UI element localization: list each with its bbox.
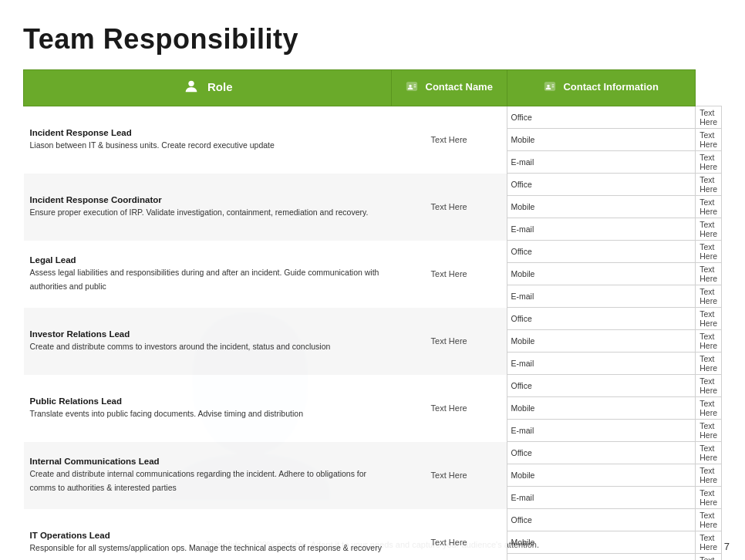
contact-name-cell: Text Here [392,241,507,308]
contact-info-icon [544,80,556,96]
contact-label: E-mail [507,487,696,509]
role-cell: Internal Communications LeadCreate and d… [24,442,392,509]
contact-label: E-mail [507,554,696,561]
contact-label: E-mail [507,285,696,308]
contact-name-cell: Text Here [392,106,507,174]
table-row: Investor Relations LeadCreate and distri… [24,308,722,330]
contact-value: Text Here [696,218,722,241]
contact-label: Mobile [507,397,696,420]
contact-value: Text Here [696,174,722,196]
contact-label: Mobile [507,196,696,218]
svg-point-6 [547,85,549,87]
contact-name-cell: Text Here [392,174,507,241]
role-header: Role [24,70,392,106]
svg-point-0 [188,81,194,86]
role-cell: Public Relations LeadTranslate events in… [24,375,392,442]
contact-label: Mobile [507,330,696,353]
contact-label: Office [507,174,696,196]
contact-label: Mobile [507,129,696,151]
contact-card-icon [406,80,418,96]
table-row: Public Relations LeadTranslate events in… [24,375,722,397]
slide: Team Responsibility 👤 Role [0,0,745,560]
contact-label: E-mail [507,218,696,241]
contact-value: Text Here [696,531,722,554]
role-cell: Incident Response LeadLiason between IT … [24,106,392,174]
contact-label: E-mail [507,420,696,442]
responsibility-table: Role Contact Name [23,69,722,560]
contact-value: Text Here [696,196,722,218]
table-row: Incident Response CoordinatorEnsure prop… [24,174,722,196]
contact-label: Office [507,106,696,129]
contact-value: Text Here [696,129,722,151]
contact-label: E-mail [507,151,696,174]
contact-label: Mobile [507,464,696,487]
contact-value: Text Here [696,375,722,397]
role-cell: Legal LeadAssess legal liabilities and r… [24,241,392,308]
contact-label: Mobile [507,531,696,554]
contact-label: Office [507,509,696,531]
contact-value: Text Here [696,308,722,330]
table-row: Internal Communications LeadCreate and d… [24,442,722,464]
contact-label: Office [507,375,696,397]
page-number: 7 [724,541,730,552]
contact-label: Office [507,241,696,263]
contact-value: Text Here [696,487,722,509]
contact-name-cell: Text Here [392,375,507,442]
contact-value: Text Here [696,353,722,375]
contact-value: Text Here [696,420,722,442]
table-row: Incident Response LeadLiason between IT … [24,106,722,129]
contact-name-header: Contact Name [392,70,507,106]
contact-label: Mobile [507,263,696,285]
role-cell: IT Operations LeadResponsible for all sy… [24,509,392,561]
contact-value: Text Here [696,464,722,487]
contact-value: Text Here [696,554,722,561]
person-icon [183,78,200,98]
contact-value: Text Here [696,442,722,464]
contact-value: Text Here [696,151,722,174]
contact-value: Text Here [696,397,722,420]
table-wrapper: 👤 Role [23,69,722,560]
page-title: Team Responsibility [23,23,722,56]
contact-value: Text Here [696,285,722,308]
role-cell: Investor Relations LeadCreate and distri… [24,308,392,375]
table-row: Legal LeadAssess legal liabilities and r… [24,241,722,263]
svg-point-2 [409,85,411,87]
contact-label: Office [507,442,696,464]
contact-value: Text Here [696,263,722,285]
contact-value: Text Here [696,330,722,353]
contact-value: Text Here [696,241,722,263]
contact-name-cell: Text Here [392,308,507,375]
contact-label: Office [507,308,696,330]
contact-label: E-mail [507,353,696,375]
role-cell: Incident Response CoordinatorEnsure prop… [24,174,392,241]
contact-value: Text Here [696,509,722,531]
table-header-row: Role Contact Name [24,70,722,106]
contact-name-cell: Text Here [392,509,507,561]
contact-name-cell: Text Here [392,442,507,509]
table-row: IT Operations LeadResponsible for all sy… [24,509,722,531]
contact-info-header: Contact Information [507,70,696,106]
table-body: Incident Response LeadLiason between IT … [24,106,722,561]
contact-value: Text Here [696,106,722,129]
